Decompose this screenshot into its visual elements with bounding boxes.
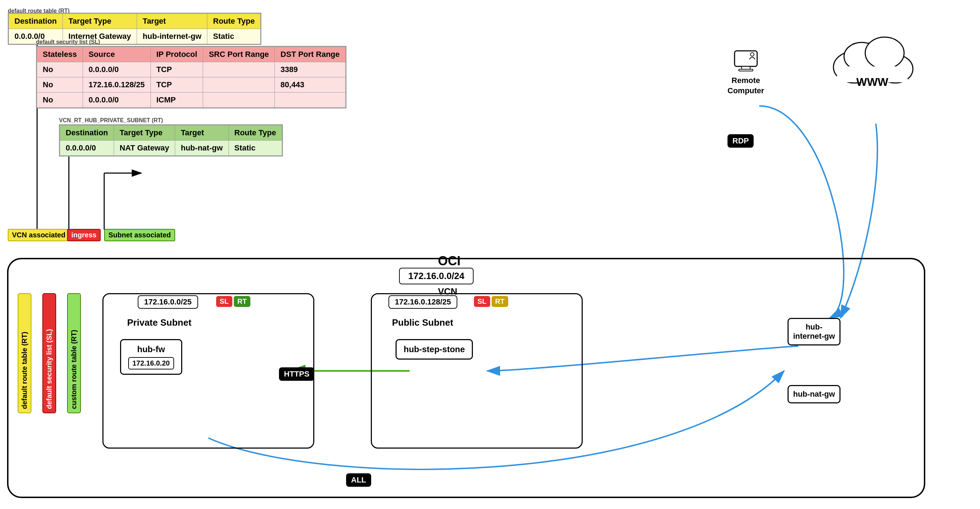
svg-rect-8: [741, 67, 750, 69]
private-subnet-cidr: 172.16.0.0/25: [138, 295, 198, 309]
all-label: ALL: [346, 473, 371, 487]
vcn-associated-tag: VCN associated: [8, 229, 70, 241]
monitor-icon: [732, 49, 760, 74]
remote-computer-label: RemoteComputer: [727, 76, 764, 96]
hub-stepstone-box: hub-step-stone: [396, 339, 473, 359]
vcn-rt-label: VCN_RT_HUB_PRIVATE_SUBNET (RT): [59, 117, 163, 124]
col-target-type: Target Type: [62, 14, 137, 29]
rdp-label: RDP: [727, 134, 754, 148]
col-destination: Destination: [60, 126, 114, 141]
col-route-type: Route Type: [229, 126, 282, 141]
oci-label: OCI: [438, 254, 460, 269]
vtag-default-rt: default route table (RT): [18, 293, 32, 413]
col-dst-port: DST Port Range: [275, 47, 345, 62]
ingress-tag: ingress: [67, 229, 101, 241]
col-ip-protocol: IP Protocol: [150, 47, 203, 62]
col-target: Target: [137, 14, 207, 29]
table-row: No 0.0.0.0/0 ICMP: [37, 92, 346, 108]
svg-rect-9: [739, 69, 753, 71]
private-subnet-label: Private Subnet: [127, 317, 191, 328]
table-row: No 0.0.0.0/0 TCP 3389: [37, 62, 346, 77]
public-sl-badge[interactable]: SL: [474, 296, 490, 307]
https-label: HTTPS: [279, 367, 314, 381]
hub-internet-gw-box: hub-internet-gw: [788, 318, 840, 345]
hub-fw-box: hub-fw 172.16.0.20: [120, 339, 182, 375]
svg-point-15: [865, 37, 904, 69]
col-source: Source: [83, 47, 150, 62]
vtag-custom-rt: custom route table (RT): [67, 293, 81, 413]
vtag-default-sl: default security list (SL): [42, 293, 56, 413]
www-cloud: WWW: [830, 28, 915, 89]
col-stateless: Stateless: [37, 47, 83, 62]
col-target-type: Target Type: [114, 126, 175, 141]
remote-computer: RemoteComputer: [727, 49, 764, 96]
private-sl-badge[interactable]: SL: [216, 296, 232, 307]
col-route-type: Route Type: [207, 14, 261, 29]
table-row: No 172.16.0.128/25 TCP 80,443: [37, 77, 346, 92]
default-sl-label: default security list (SL): [36, 39, 100, 45]
public-subnet-label: Public Subnet: [392, 317, 453, 328]
col-target: Target: [175, 126, 229, 141]
default-sl-table: Stateless Source IP Protocol SRC Port Ra…: [36, 46, 347, 108]
private-rt-badge[interactable]: RT: [234, 296, 250, 307]
public-subnet-cidr: 172.16.0.128/25: [388, 295, 457, 309]
col-src-port: SRC Port Range: [203, 47, 275, 62]
hub-fw-ip: 172.16.0.20: [128, 357, 174, 369]
hub-nat-gw-box: hub-nat-gw: [788, 385, 840, 403]
vcn-cidr: 172.16.0.0/24: [399, 268, 474, 284]
col-destination: Destination: [9, 14, 63, 29]
table-row: 0.0.0.0/0 NAT Gateway hub-nat-gw Static: [60, 141, 282, 156]
subnet-associated-tag: Subnet associated: [104, 229, 175, 241]
vcn-rt-table: Destination Target Type Target Route Typ…: [59, 124, 283, 156]
public-rt-badge[interactable]: RT: [492, 296, 508, 307]
public-subnet-container: [371, 293, 583, 449]
